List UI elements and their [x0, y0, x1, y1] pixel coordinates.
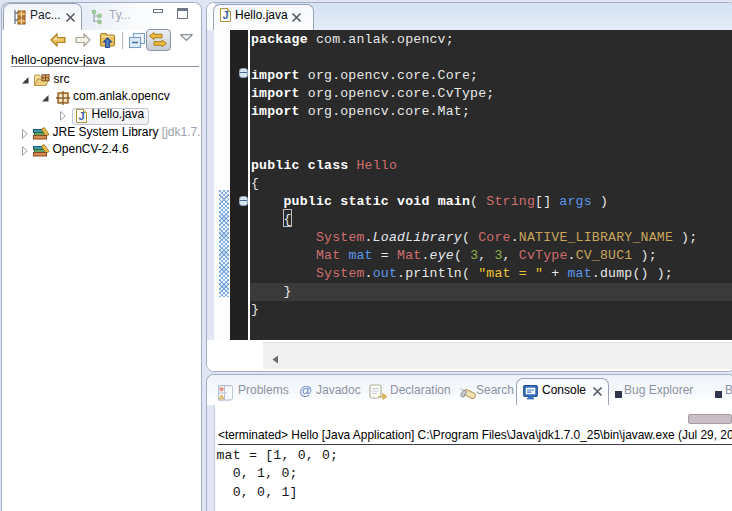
- svg-text:J: J: [223, 9, 229, 21]
- svg-text:J: J: [79, 110, 85, 122]
